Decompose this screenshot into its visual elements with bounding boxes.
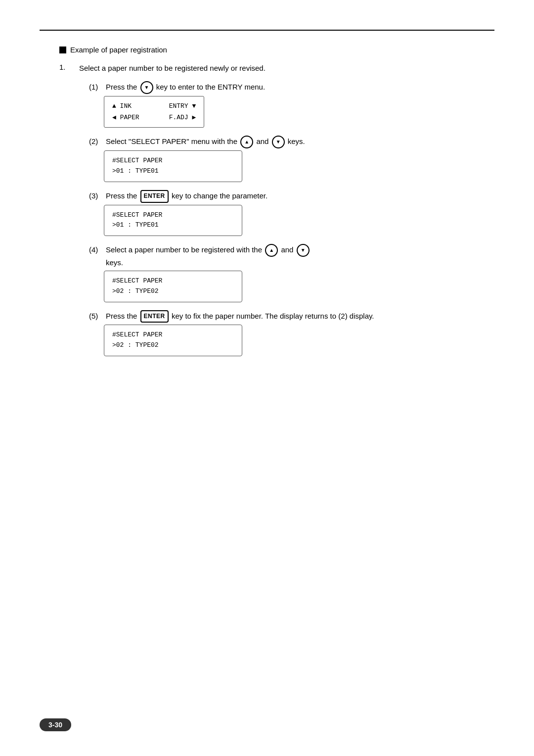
- display-box-5: #SELECT PAPER >02 : TYPE02: [104, 325, 242, 356]
- display-5-line2: >02 : TYPE02: [112, 340, 234, 351]
- sub-step-2-text-before: Select "SELECT PAPER" menu with the: [106, 137, 237, 145]
- sub-step-5-text-row: (5) Press the ENTER key to fix the paper…: [89, 310, 494, 323]
- enter-badge-5: ENTER: [140, 310, 169, 323]
- sub-step-1-label: (1): [89, 81, 104, 93]
- sub-step-5: (5) Press the ENTER key to fix the paper…: [89, 310, 494, 356]
- sub-step-1-text-before: Press the: [106, 83, 137, 91]
- menu-display-1: ▲ INK ENTRY ▼ ◀ PAPER F.ADJ ▶: [104, 96, 204, 128]
- sub-step-2-text-row: (2) Select "SELECT PAPER" menu with the …: [89, 136, 494, 148]
- menu-1-r1c2: ENTRY ▼: [169, 100, 196, 112]
- sub-step-4-text-before: Select a paper number to be registered w…: [106, 245, 262, 254]
- sub-step-2-text-after: keys.: [288, 137, 305, 145]
- sub-step-3-text-after: key to change the parameter.: [172, 191, 267, 200]
- sub-step-4-content: Select a paper number to be registered w…: [106, 244, 311, 269]
- display-3-line1: #SELECT PAPER: [112, 210, 234, 221]
- display-3-line2: >01 : TYPE01: [112, 220, 234, 231]
- display-box-3: #SELECT PAPER >01 : TYPE01: [104, 205, 242, 236]
- sub-step-3-content: Press the ENTER key to change the parame…: [106, 190, 267, 203]
- up-arrow-icon-4: [265, 244, 278, 257]
- display-4-line2: >02 : TYPE02: [112, 286, 234, 297]
- step-1-number: 1.: [59, 63, 79, 71]
- sub-step-1: (1) Press the key to enter to the ENTRY …: [89, 81, 494, 128]
- display-2-line2: >01 : TYPE01: [112, 166, 234, 177]
- sub-step-1-text-row: (1) Press the key to enter to the ENTRY …: [89, 81, 494, 94]
- sub-step-1-text-after: key to enter to the ENTRY menu.: [156, 83, 265, 91]
- sub-step-3-text-before: Press the: [106, 191, 137, 200]
- down-arrow-icon-2: [272, 136, 285, 148]
- sub-step-5-content: Press the ENTER key to fix the paper num…: [106, 310, 374, 323]
- display-2-line1: #SELECT PAPER: [112, 156, 234, 166]
- section-header: Example of paper registration: [59, 46, 494, 54]
- sub-step-4-text-and: and: [281, 245, 293, 254]
- sub-step-2-content: Select "SELECT PAPER" menu with the and …: [106, 136, 305, 148]
- sub-step-1-content: Press the key to enter to the ENTRY menu…: [106, 81, 265, 94]
- down-arrow-icon-1: [140, 81, 153, 94]
- sub-step-3: (3) Press the ENTER key to change the pa…: [89, 190, 494, 236]
- menu-1-r2c1: ◀ PAPER: [112, 112, 139, 123]
- display-4-line1: #SELECT PAPER: [112, 276, 234, 286]
- display-5-line1: #SELECT PAPER: [112, 330, 234, 340]
- sub-step-3-label: (3): [89, 190, 104, 202]
- down-arrow-icon-4: [297, 244, 310, 257]
- menu-1-r2c2: F.ADJ ▶: [169, 112, 196, 123]
- sub-step-5-text-before: Press the: [106, 312, 137, 320]
- sub-step-5-label: (5): [89, 310, 104, 322]
- section-bullet: [59, 47, 66, 53]
- sub-step-4: (4) Select a paper number to be register…: [89, 244, 494, 302]
- top-rule: [40, 30, 494, 31]
- up-arrow-icon-2: [240, 136, 253, 148]
- sub-step-4-text-after: keys.: [106, 258, 123, 267]
- sub-step-3-text-row: (3) Press the ENTER key to change the pa…: [89, 190, 494, 203]
- sub-step-2: (2) Select "SELECT PAPER" menu with the …: [89, 136, 494, 182]
- sub-step-2-text-and: and: [256, 137, 268, 145]
- page-container: Example of paper registration 1. Select …: [0, 0, 534, 756]
- sub-step-4-text-row: (4) Select a paper number to be register…: [89, 244, 494, 269]
- sub-step-4-label: (4): [89, 244, 104, 256]
- step-1-text: Select a paper number to be registered n…: [79, 63, 266, 74]
- section-title: Example of paper registration: [70, 46, 167, 54]
- sub-step-5-text-after: key to fix the paper number. The display…: [172, 312, 374, 320]
- display-box-2: #SELECT PAPER >01 : TYPE01: [104, 150, 242, 182]
- enter-badge-3: ENTER: [140, 190, 169, 202]
- sub-step-2-label: (2): [89, 136, 104, 147]
- menu-1-r1c1: ▲ INK: [112, 100, 139, 112]
- display-box-4: #SELECT PAPER >02 : TYPE02: [104, 271, 242, 302]
- page-number-badge: 3-30: [40, 718, 71, 731]
- step-1-row: 1. Select a paper number to be registere…: [59, 63, 494, 74]
